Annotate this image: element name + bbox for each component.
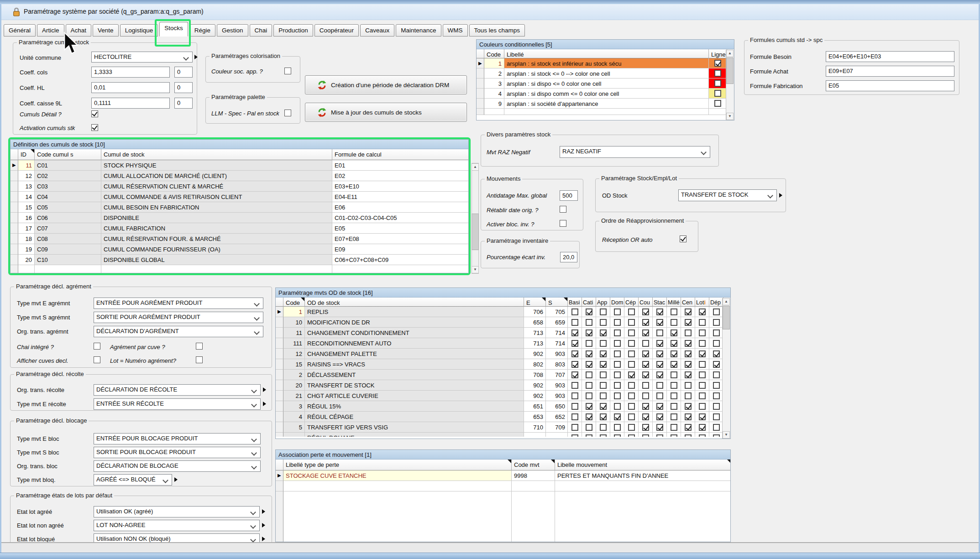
table-row[interactable]: ▶11C01STOCK PHYSIQUEE01 — [10, 160, 468, 171]
mvt-raz-select[interactable]: RAZ NEGATIF — [560, 146, 710, 158]
flag-checkbox[interactable] — [600, 434, 607, 437]
unite-commune-select[interactable]: HECTOLITRE — [91, 52, 193, 63]
cell-flag[interactable] — [568, 328, 582, 338]
cell-e[interactable]: 710 — [524, 422, 546, 433]
table-row[interactable]: 11CHANGEMENT CONDITIONNEMENT713714 — [276, 328, 730, 338]
flag-checkbox[interactable] — [671, 424, 677, 431]
cell-flag[interactable] — [610, 338, 624, 349]
cell-flag[interactable] — [667, 370, 681, 380]
cell-flag[interactable] — [596, 338, 610, 349]
cell-od-stock[interactable]: TRANSFERT DE STOCK — [305, 380, 524, 391]
flag-checkbox[interactable] — [671, 403, 677, 410]
table-row[interactable]: ▶STOCKAGE CUVE ETANCHE9998PERTES ET MANQ… — [276, 470, 730, 481]
flag-checkbox[interactable] — [586, 308, 592, 315]
row-selector[interactable] — [10, 223, 18, 234]
flag-checkbox[interactable] — [656, 319, 663, 326]
cell-flag[interactable] — [596, 391, 610, 401]
flag-checkbox[interactable] — [713, 434, 720, 437]
cell-flag[interactable] — [667, 359, 681, 370]
cell-flag[interactable] — [582, 307, 596, 317]
flag-checkbox[interactable] — [699, 329, 706, 336]
cell-flag[interactable] — [695, 412, 709, 422]
cell-flag[interactable] — [624, 359, 639, 370]
cell-s[interactable]: 803 — [546, 359, 568, 370]
cell-flag[interactable] — [582, 359, 596, 370]
cell-flag[interactable] — [568, 317, 582, 328]
cell-flag[interactable] — [582, 433, 596, 437]
cell-flag[interactable] — [610, 380, 624, 391]
table-row[interactable]: 4arsplan : si dispo comm <= 0 color one … — [477, 89, 734, 99]
tab-général[interactable]: Général — [4, 24, 36, 37]
cell-flag[interactable] — [610, 433, 624, 437]
scroll-down-icon[interactable]: ▼ — [723, 431, 730, 439]
flag-checkbox[interactable] — [699, 434, 706, 437]
table-row[interactable]: 20TRANSFERT DE STOCK902903 — [276, 380, 730, 391]
mvts-scrollbar[interactable]: ▲ ▼ — [722, 298, 730, 439]
flag-checkbox[interactable] — [628, 424, 635, 431]
tab-chai[interactable]: Chai — [250, 24, 273, 37]
cell-flag[interactable] — [653, 401, 667, 412]
cell-ligne[interactable] — [709, 58, 727, 68]
cell-flag[interactable] — [582, 401, 596, 412]
flag-checkbox[interactable] — [671, 340, 677, 347]
cell-flag[interactable] — [610, 317, 624, 328]
cell-flag[interactable] — [681, 359, 695, 370]
ligne-checkbox[interactable] — [714, 90, 721, 97]
cell-cumul-stock[interactable]: DISPONIBLE GLOBAL — [101, 255, 332, 265]
flag-checkbox[interactable] — [685, 319, 692, 326]
cell-od-stock[interactable]: RAISINS ==> VRACS — [305, 359, 524, 370]
cell-flag[interactable] — [624, 307, 639, 317]
cell-code[interactable]: 2 — [283, 370, 305, 380]
scrollbar-thumb[interactable] — [723, 306, 730, 329]
cell-od-stock[interactable]: MODIFICATION DE DR — [305, 317, 524, 328]
cell-cumul-stock[interactable]: CUMUL BESOIN EN FABRICATION — [101, 202, 332, 213]
flag-checkbox[interactable] — [628, 403, 635, 410]
flag-checkbox[interactable] — [685, 382, 692, 389]
cell-flag[interactable] — [681, 433, 695, 437]
cell-formule[interactable]: E06 — [332, 202, 469, 213]
cell-e[interactable]: 708 — [524, 370, 546, 380]
flag-checkbox[interactable] — [671, 392, 677, 399]
cell-flag[interactable] — [568, 422, 582, 433]
cell-code[interactable]: 4 — [283, 412, 305, 422]
table-row[interactable]: 15C05CUMUL BESOIN EN FABRICATIONE06 — [10, 202, 468, 213]
cell-code[interactable]: 3 — [484, 78, 504, 89]
row-selector[interactable]: ▶ — [10, 160, 18, 171]
type-e-agrement-select[interactable]: ENTRÉE POUR AGRÉMENT PRODUIT — [94, 298, 263, 309]
scrollbar-thumb[interactable] — [726, 57, 734, 84]
type-mvt-bloq-more-arrow-icon[interactable] — [174, 477, 178, 482]
cell-flag[interactable] — [681, 380, 695, 391]
cell-flag[interactable] — [709, 391, 723, 401]
flag-checkbox[interactable] — [571, 340, 578, 347]
type-mvt-bloq-select[interactable]: AGRÉÉ <=> BLOQUÉ — [94, 474, 172, 486]
cell-flag[interactable] — [610, 391, 624, 401]
flag-checkbox[interactable] — [628, 308, 635, 315]
cell-flag[interactable] — [624, 328, 639, 338]
flag-checkbox[interactable] — [600, 403, 607, 410]
cell-flag[interactable] — [639, 380, 653, 391]
table-row[interactable]: 15RAISINS ==> VRACS802803 — [276, 359, 730, 370]
cell-flag[interactable] — [695, 401, 709, 412]
cell-flag[interactable] — [582, 422, 596, 433]
unite-commune-more-arrow-icon[interactable] — [194, 55, 198, 59]
cell-code[interactable]: 11 — [283, 328, 305, 338]
flag-checkbox[interactable] — [699, 413, 706, 420]
cell-od-stock[interactable]: CHANGEMENT CONDITIONNEMENT — [305, 328, 524, 338]
flag-checkbox[interactable] — [586, 319, 592, 326]
cell-libelle[interactable]: arsplan : si stock est inférieur au stoc… — [504, 58, 709, 68]
flag-checkbox[interactable] — [713, 308, 720, 315]
cell-flag[interactable] — [596, 380, 610, 391]
cell-code[interactable] — [283, 433, 305, 437]
cell-s[interactable]: 903 — [546, 380, 568, 391]
row-selector[interactable] — [276, 422, 283, 433]
flag-checkbox[interactable] — [642, 308, 649, 315]
cell-flag[interactable] — [681, 412, 695, 422]
cell-formule[interactable]: E07+E08 — [332, 234, 469, 244]
table-row[interactable]: 12C02CUMUL ALLOCATION DE MARCHÉ (CLIENT)… — [10, 171, 468, 181]
flag-checkbox[interactable] — [614, 382, 621, 389]
flag-checkbox[interactable] — [699, 392, 706, 399]
cell-cumul-stock[interactable]: CUMUL ALLOCATION DE MARCHÉ (CLIENT) — [101, 171, 332, 181]
flag-checkbox[interactable] — [685, 329, 692, 336]
etat-lot-non-agree-select[interactable]: LOT NON-AGREE — [94, 520, 260, 531]
antidatage-field[interactable]: 500 — [560, 190, 578, 201]
